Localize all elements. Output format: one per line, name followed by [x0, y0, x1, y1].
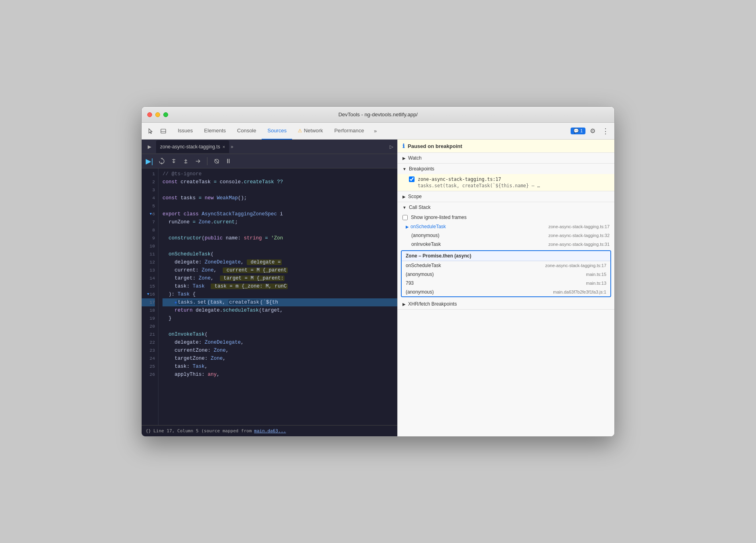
tab-bar: Issues Elements Console Sources ⚠ Networ…: [142, 123, 614, 140]
deactivate-breakpoints-button[interactable]: [213, 158, 220, 165]
step-into-button[interactable]: [170, 158, 177, 165]
maximize-button[interactable]: [163, 112, 168, 117]
pause-on-exceptions-button[interactable]: ⏸: [225, 158, 232, 165]
tab-sources[interactable]: Sources: [262, 123, 292, 140]
settings-icon[interactable]: ⚙: [587, 126, 598, 137]
chat-badge[interactable]: 💬 1: [571, 128, 585, 134]
minimize-button[interactable]: [155, 112, 160, 117]
tab-elements[interactable]: Elements: [199, 123, 232, 140]
more-tabs-button[interactable]: »: [370, 126, 381, 137]
async-frame-1[interactable]: (anonymous) main.ts:15: [402, 270, 610, 279]
scope-header[interactable]: ▶ Scope: [398, 191, 614, 202]
cursor-icon[interactable]: [145, 126, 156, 137]
status-bar: {} Line 17, Column 5 (source mapped from…: [142, 425, 397, 436]
async-group-header: Zone – Promise.then (async): [402, 251, 610, 261]
tab-issues[interactable]: Issues: [172, 123, 199, 140]
tab-network[interactable]: ⚠ Network: [292, 123, 329, 140]
right-panel: ℹ Paused on breakpoint ▶ Watch ▼ Breakpo…: [398, 140, 614, 436]
breakpoint-checkbox[interactable]: [409, 176, 415, 182]
dock-icon[interactable]: [158, 126, 169, 137]
breakpoints-triangle: ▼: [402, 167, 406, 171]
call-stack-section: ▼ Call Stack Show ignore-listed frames ▶…: [398, 202, 614, 310]
watch-header[interactable]: ▶ Watch: [398, 153, 614, 163]
step-button[interactable]: [194, 158, 201, 165]
async-frame-3[interactable]: (anonymous) main.da63f7b2fe3f1fa3.js:1: [402, 288, 610, 296]
call-stack-header[interactable]: ▼ Call Stack: [398, 202, 614, 213]
code-lines: // @ts-ignore const createTask = console…: [159, 168, 397, 425]
call-stack-item-0[interactable]: ▶ onScheduleTask zone-async-stack-taggin…: [398, 222, 614, 231]
call-stack-item-1[interactable]: (anonymous) zone-async-stack-tagging.ts:…: [398, 231, 614, 240]
editor-tabs: ▶ zone-async-stack-tagging.ts × » ▷: [142, 140, 397, 154]
main-area: ▶ zone-async-stack-tagging.ts × » ▷ ▶|: [142, 140, 614, 436]
call-stack-item-2[interactable]: onInvokeTask zone-async-stack-tagging.ts…: [398, 240, 614, 249]
ignore-frames-checkbox[interactable]: [402, 215, 408, 220]
scope-section: ▶ Scope: [398, 191, 614, 202]
file-tree-toggle[interactable]: ▶: [144, 142, 154, 152]
line-numbers: 1 2 3 4 5 ▼6 7 8 9 10 11 12 13 14 15: [142, 168, 159, 425]
traffic-lights: [147, 112, 168, 117]
format-button[interactable]: ▷: [390, 144, 393, 150]
info-icon: ℹ: [402, 143, 404, 149]
close-button[interactable]: [147, 112, 152, 117]
close-tab-icon[interactable]: ×: [222, 144, 225, 149]
more-files-button[interactable]: »: [231, 144, 234, 150]
format-icon[interactable]: {}: [146, 428, 151, 434]
more-options-icon[interactable]: ⋮: [600, 126, 611, 137]
call-stack-triangle: ▼: [402, 205, 406, 210]
breakpoints-header[interactable]: ▼ Breakpoints: [398, 164, 614, 174]
svg-rect-0: [161, 129, 166, 133]
window-title: DevTools - ng-devtools.netlify.app/: [338, 111, 418, 118]
tab-bar-right: 💬 1 ⚙ ⋮: [571, 126, 611, 137]
tab-console[interactable]: Console: [232, 123, 262, 140]
devtools-window: DevTools - ng-devtools.netlify.app/ Issu…: [141, 106, 615, 437]
step-over-button[interactable]: [158, 158, 165, 165]
debug-toolbar: ▶| ⏸: [142, 154, 397, 168]
ignore-frames-row: Show ignore-listed frames: [398, 213, 614, 222]
code-area[interactable]: 1 2 3 4 5 ▼6 7 8 9 10 11 12 13 14 15: [142, 168, 397, 425]
tab-performance[interactable]: Performance: [329, 123, 370, 140]
async-group: Zone – Promise.then (async) onScheduleTa…: [401, 250, 611, 297]
async-frame-0[interactable]: onScheduleTask zone-async-stack-tagging.…: [402, 261, 610, 270]
editor-file-tab[interactable]: zone-async-stack-tagging.ts ×: [156, 140, 229, 153]
step-out-button[interactable]: [182, 158, 189, 165]
paused-notice: ℹ Paused on breakpoint: [398, 140, 614, 153]
watch-triangle: ▶: [402, 156, 406, 160]
xhr-header[interactable]: ▶ XHR/fetch Breakpoints: [398, 299, 614, 309]
current-frame-arrow: ▶: [406, 225, 409, 229]
title-bar: DevTools - ng-devtools.netlify.app/: [142, 107, 614, 123]
xhr-section: ▶ XHR/fetch Breakpoints: [398, 299, 614, 310]
resume-button[interactable]: ▶|: [146, 157, 153, 166]
code-panel: ▶ zone-async-stack-tagging.ts × » ▷ ▶|: [142, 140, 398, 436]
breakpoint-item: zone-async-stack-tagging.ts:17 tasks.set…: [398, 174, 614, 191]
scope-triangle: ▶: [402, 195, 406, 199]
async-frame-2[interactable]: 793 main.ts:13: [402, 279, 610, 288]
xhr-triangle: ▶: [402, 302, 406, 306]
breakpoints-section: ▼ Breakpoints zone-async-stack-tagging.t…: [398, 164, 614, 191]
warning-icon: ⚠: [298, 128, 302, 134]
source-map-link[interactable]: main.da63...: [254, 428, 286, 434]
watch-section: ▶ Watch: [398, 153, 614, 164]
tab-bar-left-controls: [145, 126, 169, 137]
